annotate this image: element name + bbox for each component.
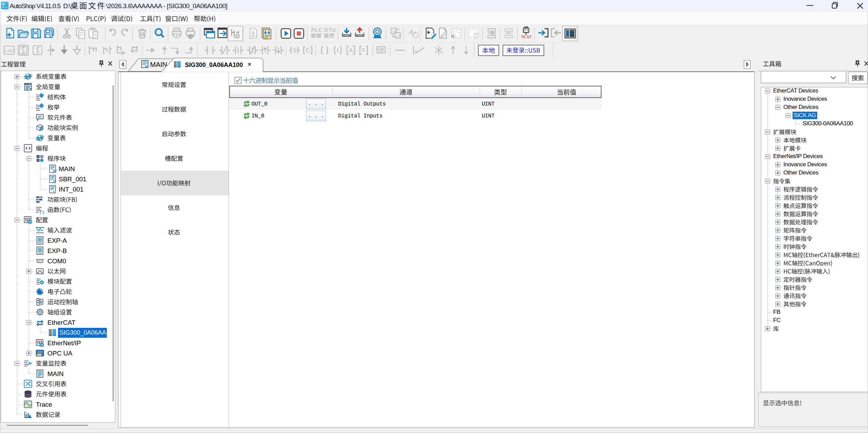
svg-text:C: C: [306, 47, 310, 53]
svg-text:TE ST: TE ST: [521, 35, 532, 39]
svg-text:LAD: LAD: [5, 48, 14, 53]
svg-text:AUTO: AUTO: [2, 6, 8, 9]
svg-text:(): (): [39, 210, 44, 214]
svg-text:M: M: [53, 169, 57, 173]
svg-text:PLC: PLC: [311, 27, 323, 33]
svg-text:A: A: [349, 47, 353, 53]
svg-text:F: F: [362, 47, 366, 53]
svg-text:OPC: OPC: [37, 354, 42, 356]
svg-text:M: M: [145, 64, 149, 68]
svg-text:10: 10: [396, 33, 400, 38]
svg-text:S: S: [53, 179, 56, 183]
svg-text:S: S: [293, 47, 296, 53]
svg-text:RTU: RTU: [324, 27, 336, 33]
